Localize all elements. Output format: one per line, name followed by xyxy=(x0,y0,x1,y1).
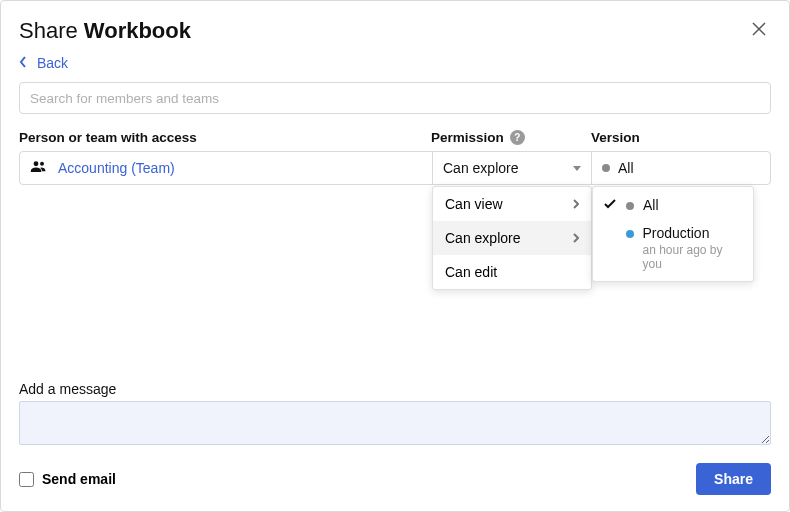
permission-selected-label: Can explore xyxy=(443,160,519,176)
search-input[interactable] xyxy=(19,82,771,114)
version-option-all[interactable]: All xyxy=(593,191,753,219)
version-dot-grey xyxy=(602,164,610,172)
version-dot-blue xyxy=(625,225,635,238)
check-placeholder xyxy=(603,225,617,227)
share-button[interactable]: Share xyxy=(696,463,771,495)
version-cell[interactable]: All xyxy=(592,152,770,184)
permission-option-can-explore[interactable]: Can explore xyxy=(433,221,591,255)
send-email-label: Send email xyxy=(42,471,116,487)
title-prefix: Share xyxy=(19,18,84,43)
chevron-right-icon xyxy=(573,230,579,246)
close-icon xyxy=(751,25,767,40)
version-option-label: All xyxy=(643,197,659,213)
chevron-left-icon xyxy=(19,55,27,71)
version-option-meta: an hour ago by you xyxy=(642,243,743,271)
permission-option-can-view[interactable]: Can view xyxy=(433,187,591,221)
version-option-production[interactable]: Production an hour ago by you xyxy=(593,219,753,277)
message-textarea[interactable] xyxy=(19,401,771,445)
help-icon[interactable]: ? xyxy=(510,130,525,145)
column-person-header: Person or team with access xyxy=(19,130,431,145)
permission-select[interactable]: Can explore Can view Can explore Can edi xyxy=(432,152,592,184)
send-email-input[interactable] xyxy=(19,472,34,487)
access-row: Accounting (Team) Can explore Can view C… xyxy=(19,151,771,185)
version-option-label: Production xyxy=(642,225,743,241)
team-name[interactable]: Accounting (Team) xyxy=(58,160,175,176)
column-version-header: Version xyxy=(591,130,771,145)
share-modal: Share Workbook Back Person or team with … xyxy=(0,0,790,512)
title-bold: Workbook xyxy=(84,18,191,43)
version-submenu: All Production an hour ago by you xyxy=(592,186,754,282)
back-label: Back xyxy=(37,55,68,71)
send-email-checkbox[interactable]: Send email xyxy=(19,471,116,487)
version-dot-grey xyxy=(625,197,635,210)
permission-option-label: Can view xyxy=(445,196,503,212)
message-label: Add a message xyxy=(19,381,771,397)
column-permission-label: Permission xyxy=(431,130,504,145)
columns-header: Person or team with access Permission ? … xyxy=(19,130,771,145)
team-icon xyxy=(30,159,48,177)
caret-down-icon xyxy=(573,166,581,171)
check-icon xyxy=(603,197,617,209)
svg-point-2 xyxy=(34,161,39,166)
back-row: Back xyxy=(19,54,771,72)
svg-point-3 xyxy=(40,162,44,166)
chevron-right-icon xyxy=(573,196,579,212)
footer: Send email Share xyxy=(19,463,771,495)
version-selected-label: All xyxy=(618,160,634,176)
column-permission-header: Permission ? xyxy=(431,130,591,145)
modal-title: Share Workbook xyxy=(19,18,191,44)
permission-dropdown: Can view Can explore Can edit xyxy=(432,186,592,290)
permission-option-can-edit[interactable]: Can edit xyxy=(433,255,591,289)
cell-person: Accounting (Team) xyxy=(20,152,432,184)
modal-header: Share Workbook xyxy=(19,17,771,44)
close-button[interactable] xyxy=(747,17,771,44)
back-link[interactable]: Back xyxy=(19,55,68,71)
permission-option-label: Can explore xyxy=(445,230,521,246)
permission-option-label: Can edit xyxy=(445,264,497,280)
